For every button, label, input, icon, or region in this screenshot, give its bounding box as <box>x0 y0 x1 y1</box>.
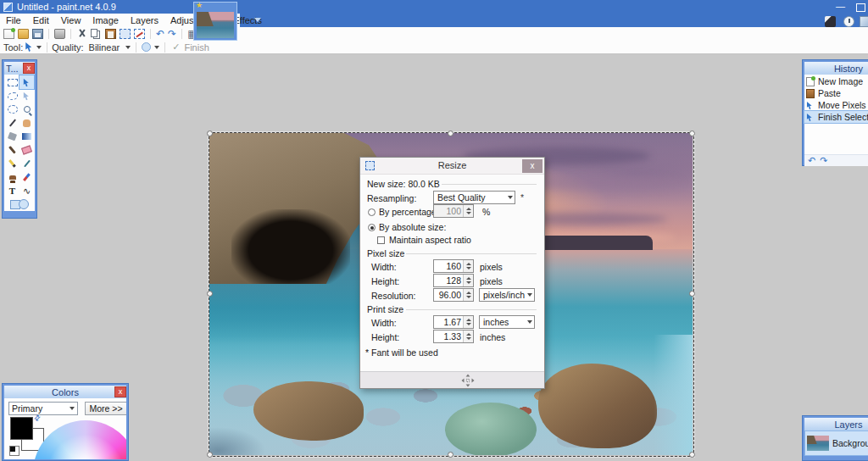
tool-text[interactable]: T <box>5 184 19 197</box>
selection-quality-icon[interactable] <box>142 42 151 52</box>
color-mode-select[interactable]: Primary <box>8 402 78 415</box>
paste-icon[interactable] <box>105 29 116 39</box>
colors-panel-title[interactable]: Colors x <box>4 386 126 398</box>
resolution-spinner[interactable]: 96.00 <box>433 288 474 302</box>
by-absolute-radio[interactable] <box>368 224 376 231</box>
history-window-toggle-icon[interactable] <box>843 16 854 27</box>
tool-paintbrush[interactable] <box>5 143 19 157</box>
resolution-unit-select[interactable]: pixels/inch <box>479 288 535 302</box>
tools-panel-title[interactable]: T... x <box>4 62 35 75</box>
finish-button[interactable]: Finish <box>184 42 209 53</box>
image-tab[interactable]: ★ <box>193 2 237 41</box>
history-panel-title[interactable]: History <box>804 62 868 75</box>
history-item[interactable]: New Image <box>804 75 868 87</box>
title-bar <box>0 0 868 14</box>
tool-ellipse-select[interactable] <box>5 103 19 116</box>
new-size-label: New size: 80.0 KB <box>367 179 440 189</box>
print-width-spinner[interactable]: 1.67 <box>433 315 474 329</box>
menu-image[interactable]: Image <box>86 15 125 25</box>
history-item[interactable]: Move Pixels <box>804 99 868 111</box>
undo-icon[interactable]: ↶ <box>156 29 164 39</box>
deselect-icon[interactable] <box>134 29 145 39</box>
layers-window-toggle-icon[interactable] <box>860 16 868 27</box>
save-icon[interactable] <box>32 29 43 39</box>
selection-handle[interactable] <box>448 452 453 458</box>
selection-handle[interactable] <box>207 291 213 297</box>
tool-line-curve[interactable]: ∿ <box>19 184 34 197</box>
tool-gradient[interactable] <box>19 130 34 143</box>
tool-pencil[interactable] <box>5 157 19 170</box>
menu-edit[interactable]: Edit <box>27 15 55 25</box>
colors-panel: Colors x Primary More >> ⇄ <box>2 383 129 461</box>
menu-view[interactable]: View <box>55 15 87 25</box>
layers-panel-title[interactable]: Layers <box>804 418 868 430</box>
pixel-width-spinner[interactable]: 160 <box>433 259 474 273</box>
tool-move-selected-pixels[interactable] <box>19 75 34 89</box>
history-item-selected[interactable]: Finish Selection <box>804 111 868 123</box>
resampling-select[interactable]: Best Quality <box>433 191 515 204</box>
redo-icon[interactable]: ↷ <box>168 29 176 39</box>
tool-rectangle-select[interactable] <box>5 75 19 89</box>
image-list-chevron-icon[interactable] <box>254 18 261 22</box>
print-width-label: Width: <box>371 318 397 328</box>
maximize-button[interactable] <box>856 3 865 12</box>
tool-move-selection[interactable] <box>19 89 34 103</box>
color-wheel[interactable] <box>33 420 126 459</box>
by-percentage-radio[interactable] <box>368 208 376 216</box>
tool-lasso-select[interactable] <box>5 89 19 103</box>
layer-row-background[interactable]: Background <box>805 431 868 455</box>
percentage-spinner[interactable]: 100 <box>433 204 474 218</box>
new-image-icon[interactable] <box>3 29 14 39</box>
tool-clone-stamp[interactable] <box>5 170 19 184</box>
tool-magic-wand[interactable] <box>5 116 19 130</box>
cut-icon[interactable] <box>76 29 87 39</box>
history-redo-icon[interactable]: ↷ <box>820 156 827 165</box>
history-item[interactable]: Paste <box>804 87 868 99</box>
tools-window-toggle-icon[interactable] <box>825 16 836 27</box>
tool-shapes[interactable] <box>5 197 34 211</box>
more-button[interactable]: More >> <box>85 402 126 415</box>
colors-panel-close-icon[interactable]: x <box>114 386 126 397</box>
selection-quality-dropdown-arrow[interactable] <box>154 46 159 49</box>
quality-value[interactable]: Bilinear <box>89 42 120 53</box>
new-image-icon <box>806 77 815 86</box>
print-width-unit-select[interactable]: inches <box>479 315 535 329</box>
resize-dialog-titlebar[interactable]: Resize x <box>360 158 544 175</box>
copy-icon[interactable] <box>91 29 97 37</box>
crop-to-selection-icon[interactable] <box>120 29 131 39</box>
tool-pan[interactable] <box>19 116 34 130</box>
quality-dropdown-arrow[interactable] <box>125 46 131 49</box>
maintain-aspect-checkbox[interactable] <box>377 236 385 244</box>
print-height-spinner[interactable]: 1.33 <box>433 330 474 343</box>
menu-file[interactable]: File <box>0 15 27 25</box>
selection-handle[interactable] <box>448 131 453 136</box>
pixel-height-spinner[interactable]: 128 <box>433 274 474 287</box>
move-selected-pixels-icon[interactable] <box>25 42 33 52</box>
quality-label: Quality: <box>52 42 83 53</box>
selection-handle[interactable] <box>689 452 695 458</box>
green-stone <box>445 403 537 455</box>
resize-dialog-close-icon[interactable]: x <box>522 159 542 173</box>
print-icon[interactable] <box>54 29 65 39</box>
menu-layers[interactable]: Layers <box>125 15 164 25</box>
shallow-water-right <box>654 335 693 455</box>
open-icon[interactable] <box>18 29 29 39</box>
tool-paint-bucket[interactable] <box>5 130 19 143</box>
tool-recolor[interactable] <box>19 170 34 184</box>
divider <box>442 184 537 185</box>
selection-handle[interactable] <box>207 131 213 136</box>
minimize-button[interactable]: — <box>836 1 845 11</box>
default-colors-icon[interactable] <box>9 446 19 456</box>
tools-panel-close-icon[interactable]: x <box>23 63 35 74</box>
primary-color-swatch[interactable] <box>10 417 33 440</box>
image-tab-thumbnail <box>197 12 234 38</box>
selection-handle[interactable] <box>689 131 695 136</box>
history-undo-icon[interactable]: ↶ <box>808 156 815 165</box>
tool-zoom[interactable] <box>19 103 34 116</box>
tool-eraser[interactable] <box>19 143 34 157</box>
tool-color-picker[interactable] <box>19 157 34 170</box>
tool-dropdown-arrow[interactable] <box>36 46 42 49</box>
selection-handle[interactable] <box>207 452 213 458</box>
selection-handle[interactable] <box>689 291 695 297</box>
toolbar-separator <box>48 29 49 39</box>
